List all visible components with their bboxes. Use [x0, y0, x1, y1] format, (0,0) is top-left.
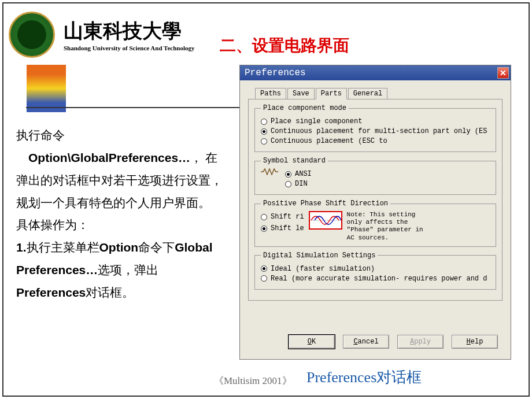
radio-icon — [261, 226, 267, 232]
phase-wave-icon — [309, 211, 342, 230]
n1: 1. — [16, 241, 27, 254]
uni-name-cn: 山東科技大學 — [64, 18, 194, 45]
dialog-buttons: OK Cancel Apply Help — [289, 335, 498, 349]
tab-parts[interactable]: Parts — [316, 88, 347, 99]
group-symbol-standard: Symbol standard ANSI DIN — [254, 157, 496, 195]
line4: 具体操作为： — [16, 218, 89, 232]
radio-icon — [261, 138, 267, 145]
group-digital-sim: Digital Simulation Settings Ideal (faste… — [254, 252, 496, 290]
group-phase-shift: Positive Phase Shift Direction Shift ri … — [254, 200, 496, 247]
t5d: 命令下 — [138, 241, 175, 254]
tabs: Paths Save Parts General — [240, 80, 511, 99]
header: 山東科技大學 Shandong University of Science An… — [9, 12, 194, 58]
opt-ideal[interactable]: Ideal (faster simulation) — [261, 265, 490, 273]
radio-icon — [261, 265, 267, 272]
tab-paths[interactable]: Paths — [255, 88, 286, 99]
opt-ansi-label: ANSI — [295, 170, 312, 178]
close-icon[interactable]: ✕ — [497, 67, 509, 79]
t5f: 选项，弹出 — [98, 263, 158, 277]
radio-icon — [261, 128, 267, 135]
decorative-bar — [27, 65, 66, 112]
opt-single-label: Place single component — [271, 117, 362, 125]
legend-dig: Digital Simulation Settings — [261, 252, 378, 260]
dialog-caption: Preferences对话框 — [306, 367, 422, 387]
opt-shift-right[interactable]: Shift ri — [261, 213, 304, 221]
body-text: 执行命令 Option\GlobalPreferences…， 在弹出的对话框中… — [16, 124, 224, 304]
apply-button[interactable]: Apply — [397, 335, 444, 349]
opt-shift-left[interactable]: Shift le — [261, 224, 304, 232]
opt-ideal-label: Ideal (faster simulation) — [271, 265, 375, 273]
opt-real[interactable]: Real (more accurate simulation- requires… — [261, 275, 490, 283]
radio-icon — [285, 181, 291, 187]
radio-icon — [261, 214, 267, 220]
opt-cont-multi[interactable]: Continuous placement for multi-section p… — [261, 127, 490, 135]
opt-cont-label: Continuous placement (ESC to — [271, 137, 387, 145]
dialog-titlebar: Preferences ✕ — [240, 65, 511, 80]
group-place-mode: Place component mode Place single compon… — [254, 104, 496, 152]
opt-ansi[interactable]: ANSI — [285, 170, 312, 178]
university-logo — [9, 12, 55, 58]
ok-button[interactable]: OK — [289, 335, 335, 349]
university-text: 山東科技大學 Shandong University of Science An… — [64, 18, 194, 51]
opt-din[interactable]: DIN — [285, 180, 312, 188]
line1: 执行命令 — [16, 128, 65, 142]
phase-note: Note: This setting only affects the "Pha… — [347, 211, 434, 242]
t5b: 执行主菜单栏 — [27, 241, 99, 254]
legend-phase: Positive Phase Shift Direction — [261, 200, 390, 208]
section-title: 二、设置电路界面 — [220, 35, 349, 57]
legend-place: Place component mode — [261, 104, 349, 112]
help-button[interactable]: Help — [452, 335, 498, 349]
opt-shift-right-label: Shift ri — [271, 213, 304, 221]
pref-word: Preferences — [16, 286, 86, 299]
resistor-icon — [261, 168, 278, 175]
opt-shift-left-label: Shift le — [271, 224, 304, 232]
footnote: 《Multisim 2001》 — [214, 374, 292, 387]
ok-rest: K — [312, 338, 316, 346]
comma: ， — [190, 151, 202, 165]
radio-icon — [285, 171, 291, 178]
tab-page-parts: Place component mode Place single compon… — [248, 99, 503, 301]
opt-cont-multi-label: Continuous placement for multi-section p… — [271, 127, 487, 135]
cmd-path: Option\GlobalPreferences… — [28, 151, 190, 164]
uni-name-en: Shandong University of Science And Techn… — [64, 45, 194, 51]
legend-sym: Symbol standard — [261, 157, 328, 165]
radio-icon — [261, 275, 267, 282]
tab-general[interactable]: General — [348, 88, 387, 99]
t5h: 对话框。 — [86, 286, 134, 300]
cancel-button[interactable]: Cancel — [343, 335, 389, 349]
preferences-dialog: Preferences ✕ Paths Save Parts General P… — [239, 65, 511, 360]
opt-din-label: DIN — [295, 180, 308, 188]
radio-icon — [261, 119, 267, 125]
opt-single[interactable]: Place single component — [261, 117, 490, 125]
tab-save[interactable]: Save — [287, 88, 315, 99]
opt-word: Option — [99, 241, 139, 254]
opt-cont[interactable]: Continuous placement (ESC to — [261, 137, 490, 145]
dialog-title: Preferences — [245, 68, 306, 78]
opt-real-label: Real (more accurate simulation- requires… — [271, 275, 487, 283]
